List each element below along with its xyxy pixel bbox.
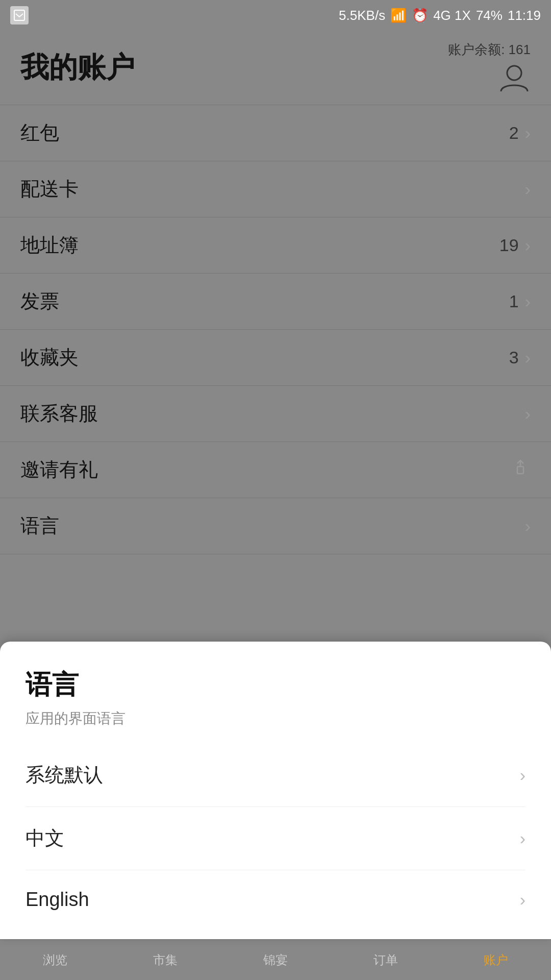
language-option-label: 系统默认 <box>26 762 103 788</box>
battery: 74% <box>476 8 503 23</box>
menu-item-label: 地址簿 <box>20 232 79 258</box>
nav-item-锦宴[interactable]: 锦宴 <box>220 952 331 968</box>
menu-item-label: 收藏夹 <box>20 345 79 371</box>
language-modal: 语言 应用的界面语言 系统默认›中文›English› <box>0 642 551 939</box>
account-balance: 账户余额: 161 <box>448 41 531 59</box>
status-bar: 5.5KB/s 📶 ⏰ 4G 1X 74% 11:19 <box>0 0 551 31</box>
chevron-right-icon: › <box>525 404 531 424</box>
page-title: 我的账户 <box>20 48 135 87</box>
menu-item-badge: 3 <box>509 348 519 368</box>
menu-item-right: › <box>525 516 531 536</box>
menu-item[interactable]: 收藏夹3› <box>0 330 551 386</box>
network-speed: 5.5KB/s <box>339 8 385 23</box>
svg-rect-2 <box>517 467 523 474</box>
svg-point-1 <box>507 66 521 80</box>
nav-item-订单[interactable]: 订单 <box>331 952 441 968</box>
menu-item-right: 19› <box>499 235 531 255</box>
status-bar-right: 5.5KB/s 📶 ⏰ 4G 1X 74% 11:19 <box>339 8 541 23</box>
modal-subtitle: 应用的界面语言 <box>26 709 525 728</box>
menu-item-label: 语言 <box>20 513 59 539</box>
nav-item-账户[interactable]: 账户 <box>441 952 551 968</box>
chevron-right-icon: › <box>525 123 531 143</box>
nav-item-label: 市集 <box>153 952 178 968</box>
language-option-label: 中文 <box>26 825 64 851</box>
menu-item-label: 红包 <box>20 120 59 146</box>
nav-item-label: 账户 <box>484 952 508 968</box>
language-option[interactable]: 中文› <box>26 806 525 870</box>
avatar-icon[interactable] <box>498 62 531 94</box>
menu-item-label: 联系客服 <box>20 401 98 427</box>
chevron-right-icon: › <box>525 516 531 536</box>
menu-item[interactable]: 发票1› <box>0 274 551 330</box>
chevron-right-icon: › <box>525 179 531 199</box>
modal-title: 语言 <box>26 667 525 703</box>
chevron-right-icon: › <box>525 291 531 311</box>
menu-item[interactable]: 地址簿19› <box>0 217 551 274</box>
chevron-right-icon: › <box>525 348 531 368</box>
language-option-label: English <box>26 889 89 911</box>
chevron-right-icon: › <box>520 765 525 785</box>
language-option[interactable]: English› <box>26 870 525 929</box>
menu-list: 红包2›配送卡›地址簿19›发票1›收藏夹3›联系客服›邀请有礼 语言› <box>0 105 551 554</box>
menu-item[interactable]: 配送卡› <box>0 161 551 217</box>
chevron-right-icon: › <box>520 828 525 848</box>
menu-item[interactable]: 红包2› <box>0 105 551 161</box>
nav-item-label: 浏览 <box>43 952 67 968</box>
header-right: 账户余额: 161 <box>448 41 531 94</box>
share-icon <box>510 457 531 482</box>
menu-item-badge: 2 <box>509 123 519 143</box>
signal-icons: 📶 <box>390 8 407 23</box>
language-option[interactable]: 系统默认› <box>26 744 525 806</box>
chevron-right-icon: › <box>520 890 525 910</box>
menu-item-label: 发票 <box>20 288 59 314</box>
nav-item-市集[interactable]: 市集 <box>110 952 220 968</box>
bottom-nav: 浏览市集锦宴订单账户 <box>0 939 551 980</box>
chevron-right-icon: › <box>525 235 531 255</box>
nav-item-label: 锦宴 <box>263 952 288 968</box>
menu-item-right: › <box>525 404 531 424</box>
menu-item[interactable]: 语言› <box>0 498 551 554</box>
status-bar-left <box>10 6 29 24</box>
menu-item-right: 2› <box>509 123 531 143</box>
menu-item-right: › <box>525 179 531 199</box>
menu-item-right: 3› <box>509 348 531 368</box>
menu-item[interactable]: 联系客服› <box>0 386 551 442</box>
menu-item-label: 邀请有礼 <box>20 457 98 483</box>
page-header: 我的账户 账户余额: 161 <box>0 31 551 105</box>
menu-item-badge: 19 <box>499 235 519 255</box>
menu-item[interactable]: 邀请有礼 <box>0 442 551 498</box>
menu-item-right: 1› <box>509 291 531 311</box>
menu-item-label: 配送卡 <box>20 176 79 202</box>
alarm-icon: ⏰ <box>412 8 428 23</box>
nav-item-label: 订单 <box>373 952 398 968</box>
svg-rect-0 <box>14 10 24 20</box>
menu-item-right <box>510 457 531 482</box>
data-icons: 4G 1X <box>433 8 471 23</box>
time: 11:19 <box>508 8 541 23</box>
notification-icon <box>10 6 29 24</box>
menu-item-badge: 1 <box>509 291 519 311</box>
nav-item-浏览[interactable]: 浏览 <box>0 952 110 968</box>
modal-items-list: 系统默认›中文›English› <box>26 744 525 929</box>
